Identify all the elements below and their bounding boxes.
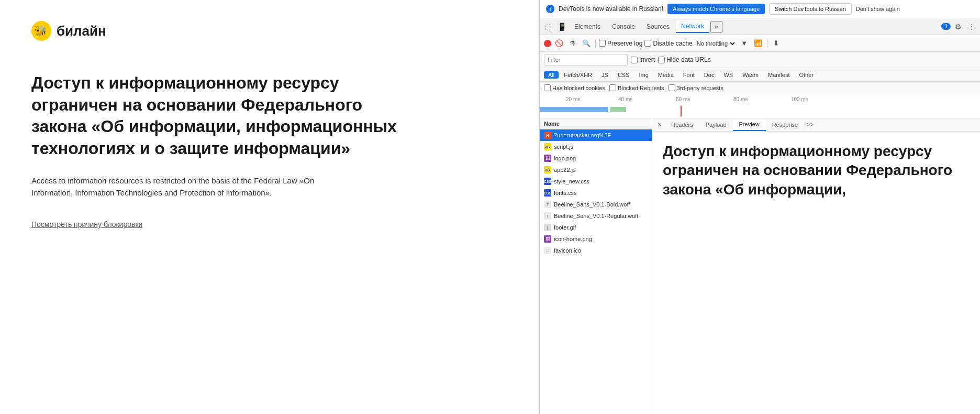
tab-elements[interactable]: Elements (569, 21, 606, 32)
type-filter-manifest[interactable]: Manifest (764, 71, 794, 79)
close-preview-button[interactable]: × (654, 118, 665, 131)
logo-text: билайн (57, 23, 106, 39)
file-item-scriptjs[interactable]: JS script.js (540, 141, 652, 152)
blocked-cookies-row: Has blocked cookies Blocked Requests 3rd… (540, 82, 980, 94)
preview-content: Доступ к информационному ресурсу огранич… (652, 132, 980, 414)
tab-sources[interactable]: Sources (641, 21, 675, 32)
devtools-content-area: Name H ?url=rutracker.org%2F JS script.j… (540, 118, 980, 414)
preserve-log-label[interactable]: Preserve log (599, 40, 642, 47)
timeline-bars (540, 106, 980, 116)
device-toggle-icon[interactable]: 📱 (555, 20, 568, 33)
match-language-button[interactable]: Always match Chrome's language (667, 4, 765, 14)
import-har-icon[interactable]: ⬇ (771, 38, 782, 49)
devtools-panel: i DevTools is now available in Russian! … (539, 0, 980, 414)
settings-icon[interactable]: ⚙ (952, 20, 964, 33)
ico-icon-favicon: □ (544, 247, 551, 254)
file-list: Name H ?url=rutracker.org%2F JS script.j… (540, 118, 652, 414)
disable-cache-label[interactable]: Disable cache (644, 40, 692, 47)
disable-cache-checkbox[interactable] (644, 40, 651, 47)
type-filter-img[interactable]: Img (635, 71, 653, 79)
notification-badge: 1 (941, 23, 951, 30)
type-filter-js[interactable]: JS (597, 71, 612, 79)
toolbar-divider-2 (767, 39, 767, 48)
more-tabs-button[interactable]: » (710, 21, 722, 32)
third-party-checkbox[interactable] (669, 84, 675, 91)
record-button[interactable] (544, 40, 551, 47)
type-filter-font[interactable]: Font (679, 71, 699, 79)
tick-60ms: 60 ms (676, 96, 690, 102)
clear-log-button[interactable]: 🚫 (553, 38, 565, 49)
css-icon-fonts: CSS (544, 189, 551, 197)
preview-tab-response[interactable]: Response (766, 119, 805, 130)
has-blocked-cookies-label[interactable]: Has blocked cookies (544, 84, 605, 91)
preview-panel: × Headers Payload Preview Response >> До… (652, 118, 980, 414)
preview-tab-payload[interactable]: Payload (699, 119, 733, 130)
disable-cache-text: Disable cache (653, 40, 692, 47)
type-filter-css[interactable]: CSS (614, 71, 634, 79)
blocked-requests-label[interactable]: Blocked Requests (609, 84, 664, 91)
svg-rect-2 (540, 107, 608, 112)
has-blocked-cookies-checkbox[interactable] (544, 84, 551, 91)
third-party-label[interactable]: 3rd-party requests (669, 84, 723, 91)
blocked-requests-checkbox[interactable] (609, 84, 616, 91)
beeline-logo-icon: 🐝 (31, 21, 51, 41)
tick-100ms: 100 ms (791, 96, 808, 102)
img-icon-home: 🖼 (544, 235, 551, 243)
throttle-dropdown-icon[interactable]: ▼ (739, 38, 750, 49)
file-item-url[interactable]: H ?url=rutracker.org%2F (540, 129, 652, 141)
tab-network[interactable]: Network (676, 20, 709, 33)
info-icon: i (546, 5, 554, 13)
font-icon-regular: T (544, 212, 551, 220)
file-name-beeline-bold: Beeline_Sans_V0.1-Bold.woff (554, 201, 630, 208)
type-filter-doc[interactable]: Doc (700, 71, 719, 79)
search-icon-button[interactable]: 🔍 (581, 38, 592, 49)
preview-tab-headers[interactable]: Headers (665, 119, 699, 130)
type-filter-media[interactable]: Media (654, 71, 678, 79)
type-filter-all[interactable]: All (544, 71, 559, 79)
devtools-notification: i DevTools is now available in Russian! … (540, 0, 980, 18)
has-blocked-cookies-text: Has blocked cookies (552, 85, 605, 91)
file-item-footergif[interactable]: | footer.gif (540, 222, 652, 233)
file-list-header: Name (540, 118, 652, 129)
css-icon-style: CSS (544, 178, 551, 185)
filter-icon-button[interactable]: ⚗ (567, 38, 578, 49)
file-item-fontscss[interactable]: CSS fonts.css (540, 187, 652, 199)
type-filter-fetch-xhr[interactable]: Fetch/XHR (560, 71, 596, 79)
html-icon: H (544, 132, 551, 139)
hide-data-urls-checkbox[interactable] (658, 57, 665, 63)
file-item-logopng[interactable]: 🖼 logo.png (540, 152, 652, 164)
type-filter-ws[interactable]: WS (719, 71, 737, 79)
wifi-icon[interactable]: 📶 (752, 38, 764, 49)
filter-input[interactable] (544, 54, 628, 66)
view-block-reason-link[interactable]: Посмотреть причину блокировки (31, 220, 142, 228)
preserve-log-checkbox[interactable] (599, 40, 606, 47)
network-toolbar: 🚫 ⚗ 🔍 Preserve log Disable cache No thro… (540, 35, 980, 52)
file-name-logopng: logo.png (554, 155, 576, 161)
more-options-icon[interactable]: ⋮ (965, 20, 978, 33)
throttling-select[interactable]: No throttling (695, 40, 737, 47)
file-item-app22js[interactable]: JS app22.js (540, 164, 652, 176)
timeline-area: 20 ms 40 ms 60 ms 80 ms 100 ms (540, 94, 980, 118)
preview-tab-preview[interactable]: Preview (733, 118, 766, 131)
type-filter-wasm[interactable]: Wasm (738, 71, 763, 79)
file-item-beeline-regular[interactable]: T Beeline_Sans_V0.1-Regular.woff (540, 210, 652, 222)
hide-data-urls-label[interactable]: Hide data URLs (658, 56, 711, 63)
file-item-iconhomepng[interactable]: 🖼 icon-home.png (540, 233, 652, 245)
type-filter-other[interactable]: Other (795, 71, 818, 79)
invert-label[interactable]: Invert (631, 56, 655, 63)
file-name-beeline-regular: Beeline_Sans_V0.1-Regular.woff (554, 213, 638, 219)
tab-console[interactable]: Console (607, 21, 640, 32)
switch-to-russian-button[interactable]: Switch DevTools to Russian (769, 3, 852, 15)
file-item-stylenewcss[interactable]: CSS style_new.css (540, 176, 652, 187)
file-item-faviconico[interactable]: □ favicon.ico (540, 245, 652, 256)
invert-checkbox[interactable] (631, 57, 638, 63)
dont-show-again-button[interactable]: Don't show again (856, 6, 900, 12)
devtools-tabs-row: ⬚ 📱 Elements Console Sources Network » 1… (540, 18, 980, 35)
file-item-beeline-bold[interactable]: T Beeline_Sans_V0.1-Bold.woff (540, 199, 652, 210)
timeline-ticks: 20 ms 40 ms 60 ms 80 ms 100 ms (540, 94, 980, 104)
toolbar-divider-1 (595, 39, 596, 48)
third-party-text: 3rd-party requests (677, 85, 723, 91)
js-icon-app22: JS (544, 166, 551, 173)
preview-more-button[interactable]: >> (804, 119, 816, 130)
inspect-element-icon[interactable]: ⬚ (542, 20, 554, 33)
